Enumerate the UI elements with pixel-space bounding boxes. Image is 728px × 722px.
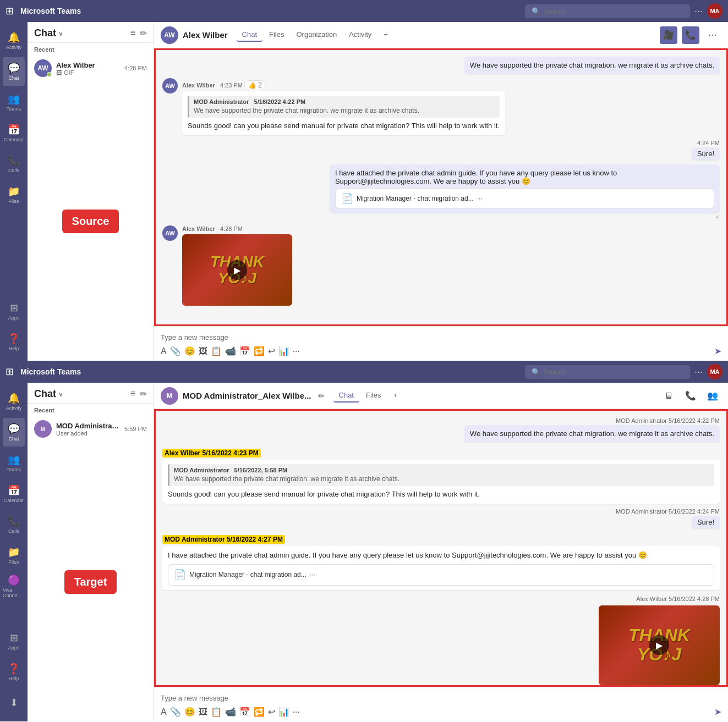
- sidebar-bottom-apps[interactable]: ⊞ Apps: [3, 627, 25, 655]
- search-input-bottom[interactable]: [544, 368, 683, 376]
- target-quoted-sender-1: MOD Administrator 5/16/2022, 5:58 PM: [174, 466, 710, 475]
- target-chat-header: M MOD Administrator_Alex Wilbe... ✏ Chat…: [154, 383, 728, 409]
- video-call-btn[interactable]: 🎥: [660, 26, 677, 44]
- chart-icon[interactable]: 📊: [278, 346, 289, 356]
- schedule-icon-t[interactable]: 📅: [239, 707, 250, 717]
- sidebar-item-files[interactable]: 📁 Files: [3, 180, 25, 209]
- target-compose-input-display[interactable]: Type a new message: [161, 692, 721, 707]
- audio-call-btn[interactable]: 📞: [682, 26, 699, 44]
- tab-organization[interactable]: Organization: [291, 28, 342, 42]
- target-video-btn[interactable]: 🖥: [660, 387, 677, 405]
- sticker-icon-t[interactable]: 📋: [211, 707, 222, 717]
- sidebar-bottom-calendar[interactable]: 📅 Calendar: [3, 480, 25, 508]
- praise-icon[interactable]: ↩: [268, 346, 275, 356]
- target-panel-header: Chat ∨ ≡ ✏: [28, 383, 154, 404]
- target-msg-bubble-2: I have attached the private chat admin g…: [162, 546, 720, 589]
- target-panel-chevron[interactable]: ∨: [58, 390, 63, 398]
- tab-activity[interactable]: Activity: [343, 28, 377, 42]
- target-tab-add[interactable]: +: [387, 389, 403, 403]
- target-tab-files[interactable]: Files: [360, 389, 386, 403]
- source-file-attachment[interactable]: 📄 Migration Manager - chat migration ad.…: [335, 189, 714, 208]
- user-avatar[interactable]: MA: [707, 3, 722, 19]
- search-box[interactable]: 🔍: [525, 4, 690, 18]
- sidebar-bottom-download[interactable]: ⬇: [3, 688, 25, 717]
- sticker-icon[interactable]: 📋: [211, 346, 222, 356]
- chart-icon-t[interactable]: 📊: [278, 707, 289, 717]
- attach-icon[interactable]: 📎: [170, 346, 181, 356]
- calls-icon: 📞: [8, 155, 20, 167]
- sidebar-bottom-calls[interactable]: 📞 Calls: [3, 510, 25, 539]
- sidebar-bottom-chat[interactable]: 💬 Chat: [3, 418, 25, 447]
- meet-icon-t[interactable]: 📹: [225, 707, 236, 717]
- praise-icon-t[interactable]: ↩: [268, 707, 275, 717]
- sidebar-item-activity[interactable]: 🔔 Activity: [3, 26, 25, 55]
- sidebar-bottom-files[interactable]: 📁 Files: [3, 541, 25, 570]
- emoji-icon[interactable]: 😊: [184, 346, 195, 356]
- more-options-icon[interactable]: ···: [694, 5, 703, 17]
- search-input[interactable]: [544, 7, 683, 15]
- target-audio-btn[interactable]: 📞: [682, 387, 699, 405]
- sidebar-item-calendar[interactable]: 📅 Calendar: [3, 119, 25, 147]
- source-panel-title: Chat: [34, 27, 56, 39]
- more-options-btn[interactable]: ⋯: [704, 26, 721, 44]
- sidebar-bottom-activity[interactable]: 🔔 Activity: [3, 387, 25, 416]
- sidebar-item-chat[interactable]: 💬 Chat: [3, 57, 25, 86]
- more-compose-icon-t[interactable]: ···: [293, 707, 300, 717]
- gif-icon-t[interactable]: 🖼: [199, 707, 207, 717]
- source-panel-chevron[interactable]: ∨: [58, 30, 63, 37]
- send-btn[interactable]: ➤: [714, 346, 721, 356]
- search-box-bottom[interactable]: 🔍: [525, 365, 690, 379]
- target-play-btn[interactable]: ▶: [649, 635, 669, 655]
- source-chat-list-item[interactable]: AW Alex Wilber 🖼 GIF 4:28 PM: [28, 55, 154, 81]
- send-btn-t[interactable]: ➤: [714, 707, 721, 717]
- user-avatar-bottom[interactable]: MA: [707, 364, 722, 379]
- target-file-more[interactable]: ···: [310, 570, 315, 580]
- sidebar-bottom-help[interactable]: ❓ Help: [3, 658, 25, 686]
- grid-icon[interactable]: ⊞: [6, 5, 14, 17]
- format-icon-t[interactable]: A: [161, 707, 167, 717]
- schedule-icon[interactable]: 📅: [239, 346, 250, 356]
- sidebar-item-help[interactable]: ❓ Help: [3, 328, 25, 356]
- attach-icon-t[interactable]: 📎: [170, 707, 181, 717]
- format-icon[interactable]: A: [161, 346, 167, 356]
- sidebar-bottom-teams[interactable]: 👥 Teams: [3, 449, 25, 477]
- source-header-actions: 🎥 📞 ⋯: [660, 26, 721, 44]
- source-gif-container[interactable]: THANKYO♪J ▶: [182, 234, 292, 306]
- tab-files[interactable]: Files: [264, 28, 289, 42]
- target-chat-list-item[interactable]: M MOD Administrator_Alex Wilber_Ar... Us…: [28, 416, 154, 442]
- sidebar-item-calls[interactable]: 📞 Calls: [3, 150, 25, 178]
- source-msg-right-3: I have attached the private chat admin g…: [162, 164, 720, 220]
- tab-add[interactable]: +: [378, 28, 393, 42]
- filter-icon[interactable]: ≡: [130, 28, 135, 38]
- calendar-icon-b: 📅: [8, 484, 20, 497]
- sidebar-item-teams[interactable]: 👥 Teams: [3, 88, 25, 117]
- filter-icon-t[interactable]: ≡: [130, 389, 135, 399]
- sidebar-item-apps[interactable]: ⊞ Apps: [3, 297, 25, 326]
- target-file-attachment[interactable]: 📄 Migration Manager - chat migration ad.…: [168, 564, 714, 586]
- source-compose-input-display[interactable]: Type a new message: [161, 331, 721, 346]
- target-gif-container[interactable]: THANKYO♪J ▶: [599, 605, 720, 685]
- loop-icon-t[interactable]: 🔁: [254, 707, 265, 717]
- target-compose-area: Type a new message A 📎 😊 🖼 📋 📹 📅 🔁 ↩ 📊 ·…: [154, 687, 728, 721]
- file-more[interactable]: ···: [477, 195, 483, 202]
- sidebar-label-help: Help: [9, 346, 19, 351]
- more-options-bottom[interactable]: ···: [694, 366, 703, 378]
- gif-icon[interactable]: 🖼: [199, 346, 207, 356]
- target-people-btn[interactable]: 👥: [704, 387, 721, 405]
- edit-icon[interactable]: ✏: [318, 392, 325, 400]
- compose-icon-t[interactable]: ✏: [140, 389, 147, 399]
- more-compose-icon[interactable]: ···: [293, 346, 300, 356]
- emoji-icon-t[interactable]: 😊: [184, 707, 195, 717]
- reaction-badge[interactable]: 👍 2: [244, 80, 266, 90]
- grid-icon-bottom[interactable]: ⊞: [6, 366, 14, 378]
- target-bubble-right-1: We have supported the private chat migra…: [464, 425, 720, 442]
- sidebar-label-files: Files: [8, 199, 19, 204]
- target-tab-chat[interactable]: Chat: [333, 389, 359, 403]
- target-hl-block-2: MOD Administrator 5/16/2022 4:27 PM I ha…: [162, 534, 720, 589]
- source-header-name: Alex Wilber: [183, 30, 228, 40]
- meet-icon[interactable]: 📹: [225, 346, 236, 356]
- loop-icon[interactable]: 🔁: [254, 346, 265, 356]
- sidebar-bottom-viva[interactable]: 🟣 Viva Conne...: [3, 572, 25, 600]
- compose-icon[interactable]: ✏: [140, 28, 147, 38]
- tab-chat[interactable]: Chat: [237, 28, 262, 42]
